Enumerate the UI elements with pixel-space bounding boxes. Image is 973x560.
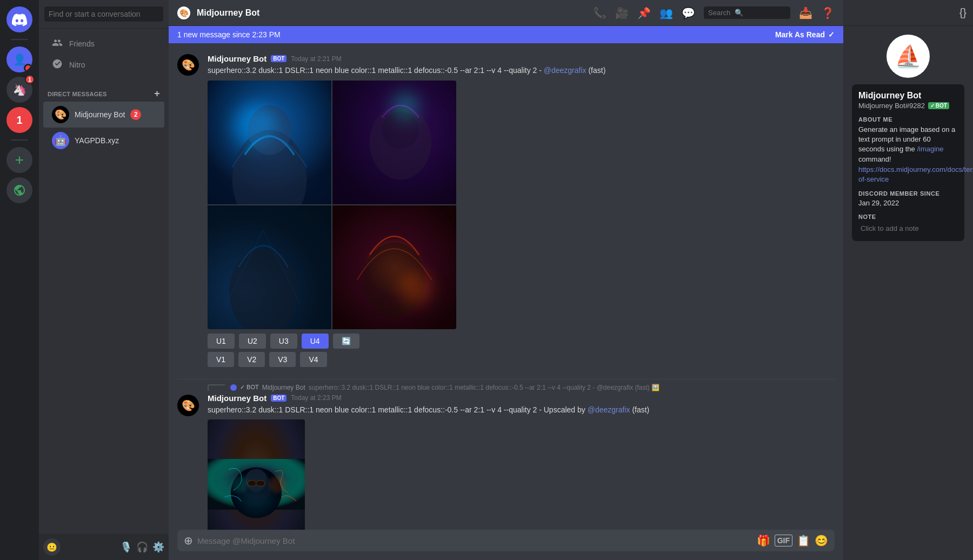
sidebar-item-discord[interactable]	[6, 6, 32, 32]
profile-discriminator: Midjourney Bot#9282 ✓ BOT	[858, 102, 958, 110]
add-dm-icon[interactable]: +	[154, 88, 160, 99]
msg2-author: Midjourney Bot	[208, 394, 266, 403]
u1-button[interactable]: U1	[208, 334, 235, 349]
profile-discriminator-text: Midjourney Bot#9282	[858, 102, 925, 110]
u3-button[interactable]: U3	[270, 334, 297, 349]
msg1-image-2[interactable]	[332, 81, 456, 204]
gift-icon[interactable]: 🎁	[757, 534, 770, 547]
svg-point-17	[231, 476, 248, 493]
chat-input[interactable]	[197, 536, 752, 545]
server-divider-1	[11, 39, 28, 40]
dm-section-title: DIRECT MESSAGES	[48, 91, 107, 97]
sidebar-item-friends[interactable]: Friends	[43, 33, 164, 54]
sidebar-item-server3[interactable]: 1	[6, 107, 32, 133]
svg-point-9	[363, 242, 425, 316]
note-field[interactable]: Click to add a note	[858, 222, 958, 235]
msg1-author: Midjourney Bot	[208, 54, 266, 63]
search-input[interactable]	[44, 6, 163, 22]
msg2-ref-author: Midjourney Bot	[262, 384, 305, 391]
server2-notification-badge: 1	[25, 75, 35, 84]
deafen-icon[interactable]: 🎧	[136, 541, 148, 553]
msg1-text-content: superhero::3.2 dusk::1 DSLR::1 neon blue…	[208, 66, 544, 75]
msg1-image-1[interactable]	[208, 81, 331, 204]
dm-item-yagpdb[interactable]: 🤖 YAGPDB.xyz	[43, 128, 164, 154]
refresh-button[interactable]: 🔄	[333, 334, 359, 349]
u4-button[interactable]: U4	[302, 334, 329, 349]
yagpdb-avatar: 🤖	[52, 132, 69, 149]
server-sidebar: 👤 🦄 1 1 +	[0, 0, 39, 560]
sticker-icon[interactable]: 📋	[797, 534, 810, 547]
call-icon[interactable]: 📞	[593, 6, 607, 19]
v4-button[interactable]: V4	[300, 352, 326, 367]
code-icon[interactable]: {}	[959, 6, 967, 19]
header-search-bar[interactable]: Search 🔍	[704, 6, 790, 19]
gif-icon[interactable]: GIF	[775, 535, 792, 546]
msg2-text: superhero::3.2 dusk::1 DSLR::1 neon blue…	[208, 405, 835, 416]
msg2-avatar: 🎨	[177, 395, 199, 416]
msg2-mention[interactable]: @deezgrafix	[588, 405, 630, 414]
video-icon[interactable]: 🎥	[615, 6, 629, 19]
msg1-image-4[interactable]	[332, 205, 456, 329]
svg-point-5	[382, 111, 419, 149]
msg1-image-3[interactable]	[208, 205, 331, 329]
profile-bot-tag: ✓ BOT	[928, 102, 949, 109]
msg1-time: Today at 2:21 PM	[291, 55, 341, 63]
svg-point-16	[256, 481, 265, 486]
midjourney-badge: 2	[130, 109, 141, 120]
members-icon[interactable]: 👥	[659, 6, 673, 19]
msg2-upscaled-image[interactable]	[208, 419, 305, 530]
svg-point-2	[248, 105, 291, 155]
server1-badge	[24, 64, 32, 72]
new-message-text: 1 new message since 2:23 PM	[177, 30, 281, 39]
help-icon[interactable]: ❓	[821, 6, 835, 19]
mark-as-read-button[interactable]: Mark As Read ✓	[775, 30, 835, 39]
v1-button[interactable]: V1	[208, 352, 234, 367]
imagine-command[interactable]: /imagine	[917, 145, 943, 153]
user-panel-controls: 🎙️ 🎧 ⚙️	[120, 541, 164, 553]
msg1-text: superhero::3.2 dusk::1 DSLR::1 neon blue…	[208, 65, 835, 76]
svg-point-18	[269, 476, 285, 493]
sidebar-item-server1[interactable]: 👤	[6, 46, 32, 72]
chat-input-container: ⊕ 🎁 GIF 📋 😊	[177, 530, 835, 551]
dm-item-midjourney[interactable]: 🎨 Midjourney Bot 2	[43, 102, 164, 128]
add-file-icon[interactable]: ⊕	[184, 534, 193, 547]
inbox-icon[interactable]: 📥	[799, 6, 812, 19]
nitro-label: Nitro	[69, 61, 85, 69]
about-me-title: ABOUT ME	[858, 116, 958, 123]
v2-button[interactable]: V2	[238, 352, 265, 367]
server-divider-2	[11, 139, 28, 141]
sidebar-item-explore[interactable]	[6, 177, 32, 203]
v3-button[interactable]: V3	[269, 352, 296, 367]
u2-button[interactable]: U2	[239, 334, 266, 349]
msg1-content: Midjourney Bot BOT Today at 2:21 PM supe…	[208, 54, 835, 370]
nitro-icon	[52, 58, 63, 71]
message-group-2: reference 🎨 ✓ BOT Midjourney Bot superhe…	[177, 379, 835, 530]
friends-label: Friends	[69, 39, 95, 48]
terms-link[interactable]: https://docs.midjourney.com/docs/terms-o…	[858, 165, 973, 183]
settings-icon[interactable]: ⚙️	[152, 541, 164, 553]
msg2-ref-text: superhero::3.2 dusk::1 DSLR::1 neon blue…	[309, 384, 659, 391]
emoji-icon[interactable]: 😊	[815, 534, 828, 547]
bot-label: BOT	[936, 103, 947, 109]
msg2-ref-tag: ✓ BOT	[240, 384, 259, 391]
right-panel-header: {}	[843, 0, 973, 26]
search-icon: 🔍	[735, 9, 743, 17]
msg1-header: Midjourney Bot BOT Today at 2:21 PM	[208, 54, 835, 63]
header-bot-avatar: 🎨	[177, 6, 190, 19]
user-panel: 😐 🎙️ 🎧 ⚙️	[39, 534, 169, 560]
msg1-suffix: (fast)	[587, 66, 606, 75]
pin-icon[interactable]: 📌	[637, 6, 651, 19]
friends-icon	[52, 37, 63, 50]
msg1-mention[interactable]: @deezgrafix	[544, 66, 587, 75]
sidebar-item-nitro[interactable]: Nitro	[43, 54, 164, 75]
mute-icon[interactable]: 🎙️	[120, 541, 132, 553]
thread-icon[interactable]: 💬	[682, 6, 695, 19]
sidebar-item-server2[interactable]: 🦄 1	[6, 77, 32, 103]
msg2-single-image[interactable]	[208, 419, 456, 530]
sidebar-item-add-server[interactable]: +	[6, 147, 32, 173]
profile-username: Midjourney Bot	[858, 91, 958, 101]
profile-avatar: ⛵	[887, 35, 930, 78]
msg1-button-row-1: U1 U2 U3 U4 🔄	[208, 334, 835, 349]
checkmark: ✓	[930, 103, 935, 109]
user-avatar: 😐	[43, 538, 61, 556]
